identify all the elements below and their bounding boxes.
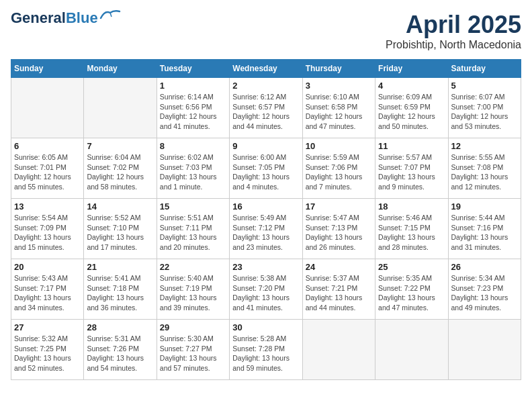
calendar-cell: 23Sunrise: 5:38 AMSunset: 7:20 PMDayligh… [230, 259, 302, 320]
calendar-cell [11, 78, 84, 138]
day-info: Sunrise: 5:32 AMSunset: 7:25 PMDaylight:… [14, 334, 81, 373]
logo-text: GeneralBlue [11, 11, 98, 26]
day-number: 4 [378, 81, 445, 91]
col-thursday: Thursday [302, 60, 375, 78]
calendar-cell: 5Sunrise: 6:07 AMSunset: 7:00 PMDaylight… [448, 78, 521, 138]
calendar-cell: 17Sunrise: 5:47 AMSunset: 7:13 PMDayligh… [302, 199, 375, 259]
day-number: 3 [306, 81, 372, 91]
day-number: 14 [87, 201, 153, 212]
day-info: Sunrise: 5:59 AMSunset: 7:06 PMDaylight:… [306, 152, 372, 192]
logo-bird-icon [99, 9, 121, 22]
day-number: 10 [306, 141, 372, 151]
day-number: 22 [160, 262, 226, 272]
day-info: Sunrise: 5:44 AMSunset: 7:16 PMDaylight:… [451, 213, 518, 253]
calendar-cell: 14Sunrise: 5:52 AMSunset: 7:10 PMDayligh… [84, 199, 157, 259]
day-info: Sunrise: 5:31 AMSunset: 7:26 PMDaylight:… [87, 334, 153, 373]
calendar-cell: 15Sunrise: 5:51 AMSunset: 7:11 PMDayligh… [157, 199, 229, 259]
day-number: 20 [14, 262, 81, 272]
calendar-cell: 21Sunrise: 5:41 AMSunset: 7:18 PMDayligh… [84, 259, 157, 320]
day-info: Sunrise: 5:52 AMSunset: 7:10 PMDaylight:… [87, 213, 153, 253]
calendar-cell: 3Sunrise: 6:10 AMSunset: 6:58 PMDaylight… [302, 78, 375, 138]
col-monday: Monday [84, 60, 157, 78]
day-info: Sunrise: 5:35 AMSunset: 7:22 PMDaylight:… [378, 273, 445, 313]
calendar-cell: 11Sunrise: 5:57 AMSunset: 7:07 PMDayligh… [375, 138, 448, 199]
day-info: Sunrise: 5:40 AMSunset: 7:19 PMDaylight:… [160, 273, 226, 313]
day-info: Sunrise: 6:09 AMSunset: 6:59 PMDaylight:… [378, 92, 445, 132]
calendar-cell: 28Sunrise: 5:31 AMSunset: 7:26 PMDayligh… [84, 320, 157, 380]
day-number: 17 [306, 201, 372, 212]
calendar-cell: 2Sunrise: 6:12 AMSunset: 6:57 PMDaylight… [230, 78, 302, 138]
calendar-cell: 9Sunrise: 6:00 AMSunset: 7:05 PMDaylight… [230, 138, 302, 199]
day-info: Sunrise: 5:30 AMSunset: 7:27 PMDaylight:… [160, 334, 226, 373]
calendar-cell: 8Sunrise: 6:02 AMSunset: 7:03 PMDaylight… [157, 138, 229, 199]
day-info: Sunrise: 5:34 AMSunset: 7:23 PMDaylight:… [451, 273, 518, 313]
day-info: Sunrise: 5:47 AMSunset: 7:13 PMDaylight:… [306, 213, 372, 253]
day-number: 6 [14, 141, 81, 151]
day-number: 13 [14, 201, 81, 212]
day-number: 26 [451, 262, 518, 272]
day-info: Sunrise: 5:43 AMSunset: 7:17 PMDaylight:… [14, 273, 81, 313]
day-info: Sunrise: 5:51 AMSunset: 7:11 PMDaylight:… [160, 213, 226, 253]
calendar-cell [302, 320, 375, 380]
col-friday: Friday [375, 60, 448, 78]
calendar-cell [84, 78, 157, 138]
calendar-cell: 18Sunrise: 5:46 AMSunset: 7:15 PMDayligh… [375, 199, 448, 259]
calendar-cell: 27Sunrise: 5:32 AMSunset: 7:25 PMDayligh… [11, 320, 84, 380]
day-info: Sunrise: 6:10 AMSunset: 6:58 PMDaylight:… [306, 92, 372, 132]
day-number: 29 [160, 322, 226, 332]
day-number: 2 [232, 81, 299, 91]
calendar-cell: 29Sunrise: 5:30 AMSunset: 7:27 PMDayligh… [157, 320, 229, 380]
day-number: 24 [306, 262, 372, 272]
day-number: 7 [87, 141, 153, 151]
day-info: Sunrise: 6:12 AMSunset: 6:57 PMDaylight:… [232, 92, 299, 132]
day-info: Sunrise: 6:07 AMSunset: 7:00 PMDaylight:… [451, 92, 518, 132]
day-number: 1 [160, 81, 226, 91]
day-number: 27 [14, 322, 81, 332]
calendar-cell [448, 320, 521, 380]
day-info: Sunrise: 6:14 AMSunset: 6:56 PMDaylight:… [160, 92, 226, 132]
day-number: 23 [232, 262, 299, 272]
calendar-cell: 13Sunrise: 5:54 AMSunset: 7:09 PMDayligh… [11, 199, 84, 259]
page-title: April 2025 [386, 11, 521, 39]
calendar-cell: 20Sunrise: 5:43 AMSunset: 7:17 PMDayligh… [11, 259, 84, 320]
calendar-cell: 1Sunrise: 6:14 AMSunset: 6:56 PMDaylight… [157, 78, 229, 138]
day-number: 5 [451, 81, 518, 91]
logo: GeneralBlue [11, 11, 121, 26]
calendar-cell: 10Sunrise: 5:59 AMSunset: 7:06 PMDayligh… [302, 138, 375, 199]
day-info: Sunrise: 5:37 AMSunset: 7:21 PMDaylight:… [306, 273, 372, 313]
calendar-cell: 26Sunrise: 5:34 AMSunset: 7:23 PMDayligh… [448, 259, 521, 320]
calendar-cell: 19Sunrise: 5:44 AMSunset: 7:16 PMDayligh… [448, 199, 521, 259]
title-block: April 2025 Probishtip, North Macedonia [386, 11, 521, 51]
day-number: 8 [160, 141, 226, 151]
day-number: 21 [87, 262, 153, 272]
calendar-cell: 16Sunrise: 5:49 AMSunset: 7:12 PMDayligh… [230, 199, 302, 259]
day-number: 9 [232, 141, 299, 151]
page-header: GeneralBlue April 2025 Probishtip, North… [11, 11, 521, 51]
col-sunday: Sunday [11, 60, 84, 78]
day-number: 19 [451, 201, 518, 212]
calendar-cell: 22Sunrise: 5:40 AMSunset: 7:19 PMDayligh… [157, 259, 229, 320]
day-info: Sunrise: 6:05 AMSunset: 7:01 PMDaylight:… [14, 152, 81, 192]
day-number: 15 [160, 201, 226, 212]
day-info: Sunrise: 5:46 AMSunset: 7:15 PMDaylight:… [378, 213, 445, 253]
day-info: Sunrise: 6:04 AMSunset: 7:02 PMDaylight:… [87, 152, 153, 192]
calendar-cell [375, 320, 448, 380]
calendar-cell: 6Sunrise: 6:05 AMSunset: 7:01 PMDaylight… [11, 138, 84, 199]
day-info: Sunrise: 5:55 AMSunset: 7:08 PMDaylight:… [451, 152, 518, 192]
col-tuesday: Tuesday [157, 60, 229, 78]
calendar-cell: 30Sunrise: 5:28 AMSunset: 7:28 PMDayligh… [230, 320, 302, 380]
day-info: Sunrise: 5:38 AMSunset: 7:20 PMDaylight:… [232, 273, 299, 313]
day-number: 25 [378, 262, 445, 272]
day-info: Sunrise: 6:02 AMSunset: 7:03 PMDaylight:… [160, 152, 226, 192]
day-info: Sunrise: 5:28 AMSunset: 7:28 PMDaylight:… [232, 334, 299, 373]
day-number: 12 [451, 141, 518, 151]
page-subtitle: Probishtip, North Macedonia [386, 39, 521, 51]
col-saturday: Saturday [448, 60, 521, 78]
calendar-cell: 12Sunrise: 5:55 AMSunset: 7:08 PMDayligh… [448, 138, 521, 199]
calendar-header: Sunday Monday Tuesday Wednesday Thursday… [11, 60, 521, 78]
day-info: Sunrise: 5:49 AMSunset: 7:12 PMDaylight:… [232, 213, 299, 253]
day-info: Sunrise: 5:41 AMSunset: 7:18 PMDaylight:… [87, 273, 153, 313]
day-info: Sunrise: 5:57 AMSunset: 7:07 PMDaylight:… [378, 152, 445, 192]
day-number: 30 [232, 322, 299, 332]
day-number: 28 [87, 322, 153, 332]
